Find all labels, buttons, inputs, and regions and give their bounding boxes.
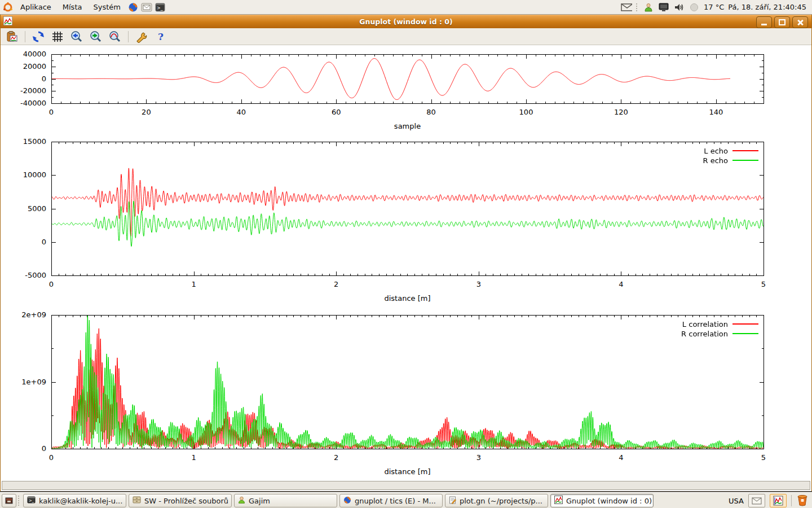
display-settings-icon[interactable]	[658, 2, 669, 13]
legend-line-sample	[732, 333, 758, 334]
legend-entry: R correlation	[681, 329, 758, 338]
firefox-launcher-icon[interactable]	[127, 2, 139, 13]
legend-label: R echo	[703, 156, 728, 165]
legend-label: R correlation	[681, 330, 728, 338]
legend-entry: R echo	[703, 156, 758, 165]
legend-line-sample	[732, 160, 758, 161]
legend-line-sample	[732, 150, 758, 151]
legend-entry: L echo	[704, 146, 758, 155]
y-tick-label: 1e+09	[21, 378, 46, 387]
legend-label: L echo	[704, 147, 728, 155]
x-tick-label: 3	[476, 453, 481, 462]
taskbar-button-3[interactable]: Gajim	[234, 494, 337, 507]
taskbar-button-label: Gnuplot (window id : 0)	[566, 497, 652, 505]
toolbar-separator	[25, 31, 25, 42]
terminal-launcher-icon[interactable]: >_	[155, 2, 166, 13]
taskbar-button-6[interactable]: Gnuplot (window id : 0)	[550, 494, 654, 507]
volume-icon[interactable]	[673, 2, 685, 13]
x-tick-label: 5	[761, 280, 766, 288]
x-tick-label: 0	[49, 108, 54, 116]
x-tick-label: 40	[237, 108, 246, 116]
zoom-previous-button[interactable]	[69, 29, 85, 44]
taskbar-button-1[interactable]: >_kaklik@kaklik-kolej-u...	[23, 494, 126, 507]
plot-canvas-p2[interactable]	[51, 142, 764, 276]
x-tick-label: 2	[334, 453, 338, 462]
y-tick-label: 10000	[23, 170, 46, 179]
y-tick-label: -40000	[20, 99, 46, 108]
legend-line-sample	[732, 323, 758, 325]
y-tick-label: 0	[42, 444, 46, 453]
svg-text:>_: >_	[29, 498, 34, 503]
close-icon	[797, 19, 804, 26]
taskbar-button-2[interactable]: SW - Prohlížeč souborů	[129, 494, 232, 507]
tray-mail-button[interactable]	[748, 494, 765, 507]
help-button[interactable]: ?	[153, 29, 169, 44]
taskbar-button-label: Gajim	[249, 497, 270, 505]
y-tick-label: 5000	[28, 204, 46, 213]
x-tick-label: 4	[619, 280, 623, 288]
window-statusbar	[2, 481, 810, 490]
taskbar-button-4[interactable]: gnuplot / tics (E) - M...	[339, 494, 443, 507]
tray-separator	[791, 495, 792, 506]
y-tick-label: 0	[42, 238, 46, 247]
y-tick-label: 0	[42, 75, 46, 84]
x-axis-label: sample	[394, 122, 421, 130]
minimize-button[interactable]	[756, 16, 772, 28]
window-titlebar[interactable]: Gnuplot (window id : 0)	[1, 15, 811, 28]
grid-button[interactable]	[50, 29, 65, 44]
close-button[interactable]	[792, 16, 808, 28]
user-switcher-icon[interactable]	[643, 2, 654, 13]
refresh-button[interactable]	[30, 29, 46, 44]
bottom-taskbar: >_kaklik@kaklik-kolej-u...SW - Prohlížeč…	[0, 492, 812, 508]
x-axis-label: distance [m]	[384, 467, 430, 476]
taskbar-button-label: kaklik@kaklik-kolej-u...	[39, 497, 122, 505]
x-tick-label: 140	[709, 108, 723, 116]
y-tick-label: 2e+09	[21, 310, 46, 319]
keyboard-layout-indicator[interactable]: USA	[729, 497, 744, 505]
toolbar-separator	[128, 31, 129, 42]
gnuplot-canvas[interactable]: 02040608010012014040000200000-20000-4000…	[1, 46, 811, 480]
y-tick-label: 15000	[23, 137, 46, 146]
window-selector-button[interactable]	[2, 494, 16, 507]
firefox-icon	[343, 496, 351, 506]
text-editor-icon	[449, 496, 456, 506]
menu-system[interactable]: Systém	[89, 1, 125, 13]
gnuplot-toolbar: ?	[1, 28, 811, 45]
x-tick-label: 4	[619, 453, 623, 462]
maximize-icon	[779, 19, 785, 25]
menu-places[interactable]: Místa	[58, 1, 87, 13]
trash-applet-icon[interactable]	[796, 494, 809, 508]
x-tick-label: 60	[332, 108, 341, 116]
taskbar-button-label: SW - Prohlížeč souborů	[144, 497, 228, 505]
gnuplot-window: Gnuplot (window id : 0)	[0, 15, 812, 491]
mail-launcher-icon[interactable]	[141, 2, 152, 13]
ubuntu-logo-icon[interactable]	[2, 2, 14, 13]
x-tick-label: 1	[191, 453, 196, 462]
y-tick-label: -20000	[20, 86, 46, 95]
tray-handle	[636, 3, 639, 11]
temperature-label: 17 °C	[704, 3, 724, 11]
menu-applications[interactable]: Aplikace	[16, 1, 56, 13]
gajim-icon	[238, 496, 245, 505]
y-tick-label: -5000	[25, 271, 46, 280]
mail-notifier-icon[interactable]	[621, 2, 632, 13]
x-tick-label: 0	[49, 280, 54, 288]
plot-canvas-p3[interactable]	[51, 315, 764, 449]
window-title: Gnuplot (window id : 0)	[1, 17, 811, 26]
minimize-icon	[761, 24, 767, 25]
x-tick-label: 0	[49, 453, 54, 462]
autoscale-button[interactable]	[107, 29, 123, 44]
clock-label[interactable]: Pá, 18. září, 21:40:45	[728, 3, 806, 11]
copy-to-clipboard-button[interactable]	[4, 29, 20, 44]
plot-canvas-p1[interactable]	[51, 54, 764, 104]
weather-icon[interactable]	[689, 2, 700, 13]
taskbar-button-5[interactable]: plot.gn (~/projects/p...	[445, 494, 548, 507]
x-tick-label: 120	[614, 108, 628, 116]
settings-button[interactable]	[134, 29, 149, 44]
tray-gnuplot-button[interactable]	[770, 494, 787, 507]
maximize-button[interactable]	[774, 16, 790, 28]
help-icon: ?	[158, 31, 164, 42]
x-tick-label: 2	[334, 280, 338, 288]
y-tick-label: 20000	[23, 62, 46, 71]
zoom-next-button[interactable]	[88, 29, 104, 44]
